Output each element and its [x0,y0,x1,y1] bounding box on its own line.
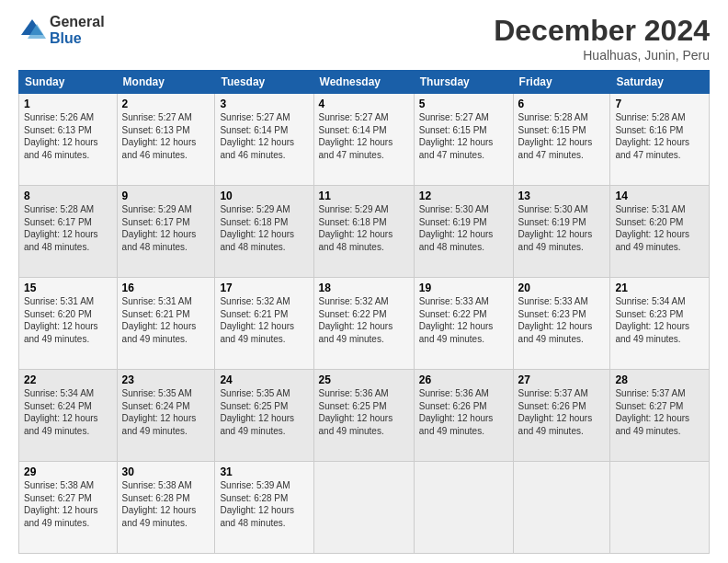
calendar-cell: 29 Sunrise: 5:38 AMSunset: 6:27 PMDaylig… [19,462,118,554]
day-detail: Sunrise: 5:33 AMSunset: 6:23 PMDaylight:… [518,296,593,344]
calendar-week-row: 29 Sunrise: 5:38 AMSunset: 6:27 PMDaylig… [19,462,710,554]
day-number: 3 [220,98,308,110]
logo-general-text: General [50,14,105,30]
day-number: 10 [220,190,308,202]
calendar-cell: 20 Sunrise: 5:33 AMSunset: 6:23 PMDaylig… [513,278,610,370]
calendar-cell: 27 Sunrise: 5:37 AMSunset: 6:26 PMDaylig… [513,370,610,462]
calendar-cell: 23 Sunrise: 5:35 AMSunset: 6:24 PMDaylig… [117,370,215,462]
day-number: 25 [319,373,409,386]
day-number: 4 [319,98,409,110]
calendar-cell: 12 Sunrise: 5:30 AMSunset: 6:19 PMDaylig… [414,186,513,278]
calendar-cell: 2 Sunrise: 5:27 AMSunset: 6:13 PMDayligh… [117,94,215,186]
calendar-cell: 1 Sunrise: 5:26 AMSunset: 6:13 PMDayligh… [19,94,118,186]
calendar-cell: 10 Sunrise: 5:29 AMSunset: 6:18 PMDaylig… [215,186,313,278]
calendar-cell: 22 Sunrise: 5:34 AMSunset: 6:24 PMDaylig… [19,370,118,462]
day-detail: Sunrise: 5:38 AMSunset: 6:27 PMDaylight:… [24,480,98,528]
logo-text: General Blue [50,14,105,46]
day-number: 31 [220,465,308,478]
calendar-cell [513,462,610,554]
day-detail: Sunrise: 5:34 AMSunset: 6:23 PMDaylight:… [615,296,689,344]
day-detail: Sunrise: 5:29 AMSunset: 6:17 PMDaylight:… [122,204,197,252]
header: General Blue December 2024 Hualhuas, Jun… [18,14,710,63]
calendar-cell: 21 Sunrise: 5:34 AMSunset: 6:23 PMDaylig… [610,278,710,370]
day-detail: Sunrise: 5:36 AMSunset: 6:26 PMDaylight:… [419,388,494,436]
day-detail: Sunrise: 5:31 AMSunset: 6:21 PMDaylight:… [122,296,197,344]
calendar-cell [414,462,513,554]
day-number: 12 [419,190,508,202]
day-number: 19 [419,282,508,294]
day-detail: Sunrise: 5:29 AMSunset: 6:18 PMDaylight:… [319,204,393,252]
day-detail: Sunrise: 5:34 AMSunset: 6:24 PMDaylight:… [24,388,98,436]
day-detail: Sunrise: 5:38 AMSunset: 6:28 PMDaylight:… [122,480,197,528]
calendar-cell: 11 Sunrise: 5:29 AMSunset: 6:18 PMDaylig… [313,186,414,278]
day-detail: Sunrise: 5:26 AMSunset: 6:13 PMDaylight:… [24,112,98,160]
col-saturday: Saturday [610,71,710,94]
calendar-cell: 5 Sunrise: 5:27 AMSunset: 6:15 PMDayligh… [414,94,513,186]
day-detail: Sunrise: 5:31 AMSunset: 6:20 PMDaylight:… [24,296,98,344]
col-friday: Friday [513,71,610,94]
calendar-cell: 28 Sunrise: 5:37 AMSunset: 6:27 PMDaylig… [610,370,710,462]
day-number: 14 [615,190,704,202]
day-detail: Sunrise: 5:29 AMSunset: 6:18 PMDaylight:… [220,204,294,252]
calendar-page: General Blue December 2024 Hualhuas, Jun… [0,0,728,563]
day-number: 9 [122,190,210,202]
day-detail: Sunrise: 5:37 AMSunset: 6:27 PMDaylight:… [615,388,689,436]
day-number: 18 [319,282,409,294]
calendar-body: 1 Sunrise: 5:26 AMSunset: 6:13 PMDayligh… [19,94,710,554]
day-detail: Sunrise: 5:30 AMSunset: 6:19 PMDaylight:… [419,204,494,252]
col-wednesday: Wednesday [313,71,414,94]
day-detail: Sunrise: 5:30 AMSunset: 6:19 PMDaylight:… [518,204,593,252]
day-detail: Sunrise: 5:39 AMSunset: 6:28 PMDaylight:… [220,480,294,528]
day-number: 8 [24,190,112,202]
day-number: 6 [518,98,606,110]
calendar-cell: 18 Sunrise: 5:32 AMSunset: 6:22 PMDaylig… [313,278,414,370]
col-thursday: Thursday [414,71,513,94]
calendar-cell: 19 Sunrise: 5:33 AMSunset: 6:22 PMDaylig… [414,278,513,370]
col-monday: Monday [117,71,215,94]
day-number: 24 [220,373,308,386]
calendar-week-row: 1 Sunrise: 5:26 AMSunset: 6:13 PMDayligh… [19,94,710,186]
logo-icon [18,17,46,44]
day-detail: Sunrise: 5:36 AMSunset: 6:25 PMDaylight:… [319,388,393,436]
day-detail: Sunrise: 5:27 AMSunset: 6:15 PMDaylight:… [419,112,494,160]
month-title: December 2024 [494,14,710,48]
location-subtitle: Hualhuas, Junin, Peru [494,48,710,63]
day-detail: Sunrise: 5:27 AMSunset: 6:14 PMDaylight:… [220,112,294,160]
day-number: 15 [24,282,112,294]
col-sunday: Sunday [19,71,118,94]
day-detail: Sunrise: 5:28 AMSunset: 6:17 PMDaylight:… [24,204,98,252]
day-detail: Sunrise: 5:32 AMSunset: 6:22 PMDaylight:… [319,296,393,344]
calendar-cell: 15 Sunrise: 5:31 AMSunset: 6:20 PMDaylig… [19,278,118,370]
calendar-cell: 9 Sunrise: 5:29 AMSunset: 6:17 PMDayligh… [117,186,215,278]
day-detail: Sunrise: 5:32 AMSunset: 6:21 PMDaylight:… [220,296,294,344]
calendar-week-row: 8 Sunrise: 5:28 AMSunset: 6:17 PMDayligh… [19,186,710,278]
day-number: 27 [518,373,606,386]
day-number: 1 [24,98,112,110]
day-number: 30 [122,465,210,478]
calendar-cell: 16 Sunrise: 5:31 AMSunset: 6:21 PMDaylig… [117,278,215,370]
day-number: 16 [122,282,210,294]
day-detail: Sunrise: 5:28 AMSunset: 6:16 PMDaylight:… [615,112,689,160]
day-number: 26 [419,373,508,386]
calendar-cell: 7 Sunrise: 5:28 AMSunset: 6:16 PMDayligh… [610,94,710,186]
logo-blue-text: Blue [50,30,105,47]
day-detail: Sunrise: 5:28 AMSunset: 6:15 PMDaylight:… [518,112,593,160]
day-number: 7 [615,98,704,110]
day-detail: Sunrise: 5:27 AMSunset: 6:14 PMDaylight:… [319,112,393,160]
calendar-cell: 17 Sunrise: 5:32 AMSunset: 6:21 PMDaylig… [215,278,313,370]
day-detail: Sunrise: 5:35 AMSunset: 6:24 PMDaylight:… [122,388,197,436]
calendar-cell: 24 Sunrise: 5:35 AMSunset: 6:25 PMDaylig… [215,370,313,462]
day-detail: Sunrise: 5:27 AMSunset: 6:13 PMDaylight:… [122,112,197,160]
calendar-week-row: 22 Sunrise: 5:34 AMSunset: 6:24 PMDaylig… [19,370,710,462]
day-number: 5 [419,98,508,110]
calendar-cell: 14 Sunrise: 5:31 AMSunset: 6:20 PMDaylig… [610,186,710,278]
day-number: 11 [319,190,409,202]
day-number: 21 [615,282,704,294]
title-area: December 2024 Hualhuas, Junin, Peru [494,14,710,63]
calendar-table: Sunday Monday Tuesday Wednesday Thursday… [18,70,710,554]
calendar-cell: 13 Sunrise: 5:30 AMSunset: 6:19 PMDaylig… [513,186,610,278]
day-number: 23 [122,373,210,386]
day-number: 17 [220,282,308,294]
calendar-cell: 8 Sunrise: 5:28 AMSunset: 6:17 PMDayligh… [19,186,118,278]
calendar-header: Sunday Monday Tuesday Wednesday Thursday… [19,71,710,94]
